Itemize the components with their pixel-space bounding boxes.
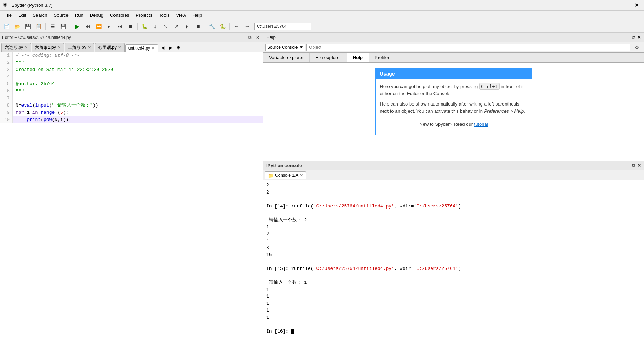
console-close-button[interactable]: ✕ xyxy=(637,163,641,168)
run-selection-button[interactable]: ⏩ xyxy=(93,21,103,31)
menu-projects[interactable]: Projects xyxy=(133,12,155,19)
code-editor[interactable]: 1 # -*- coding: utf-8 -*- 2 """ 3 Create… xyxy=(0,52,263,364)
object-input[interactable] xyxy=(306,44,630,51)
out-line: 1 xyxy=(266,314,641,321)
console-tab-close[interactable]: ✕ xyxy=(300,173,303,178)
settings-button[interactable]: 🔧 xyxy=(207,21,217,31)
separator-2 xyxy=(70,23,70,30)
help-float-button[interactable]: ⧉ xyxy=(632,35,635,40)
save-all-button[interactable]: 📋 xyxy=(34,21,44,31)
save-history-button[interactable]: 💾 xyxy=(58,21,68,31)
tab-file-explorer[interactable]: File explorer xyxy=(310,53,347,62)
tab-close-liujiaoxing2[interactable]: ✕ xyxy=(57,45,61,50)
right-panel: Help ⧉ ✕ Source Console ▼ ⚙ Variable exp… xyxy=(263,33,644,364)
stop-button[interactable]: ⏹ xyxy=(126,21,136,31)
help-close-button[interactable]: ✕ xyxy=(637,35,641,40)
editor-close-button[interactable]: ✕ xyxy=(254,35,261,40)
tab-nav-left[interactable]: ◀ xyxy=(159,44,167,52)
help-titlebar: Help ⧉ ✕ xyxy=(263,33,644,42)
tab-close-untitled4[interactable]: ✕ xyxy=(152,46,155,51)
run-button[interactable]: ▶ xyxy=(72,21,82,31)
console-float-button[interactable]: ⧉ xyxy=(632,163,635,169)
help-gear-button[interactable]: ⚙ xyxy=(632,42,642,52)
menu-view[interactable]: View xyxy=(173,12,189,19)
debug-button[interactable]: 🐛 xyxy=(140,21,149,31)
tab-sanjiaoxing[interactable]: 三角形.py ✕ xyxy=(65,43,94,52)
stop-debug-button[interactable]: ⏹ xyxy=(193,21,203,31)
tab-close-sanjiaoxing[interactable]: ✕ xyxy=(88,45,91,50)
menu-search[interactable]: Search xyxy=(30,12,50,19)
out-line: 1 xyxy=(266,293,641,300)
python-button[interactable]: 🐍 xyxy=(218,21,228,31)
tab-variable-explorer[interactable]: Variable explorer xyxy=(263,53,310,62)
menu-debug[interactable]: Debug xyxy=(87,12,106,19)
open-file-button[interactable]: 📂 xyxy=(12,21,22,31)
tab-close-xinlihua[interactable]: ✕ xyxy=(118,45,121,50)
console-output[interactable]: 2 2 In [14]: runfile('C:/Users/25764/unt… xyxy=(263,180,644,364)
editor-panel: Editor – C:\Users\25764\untitled4.py ⧉ ✕… xyxy=(0,33,263,364)
source-dropdown[interactable]: Source Console ▼ xyxy=(265,44,305,51)
tab-options[interactable]: ⚙ xyxy=(174,44,182,52)
step-button[interactable]: ↓ xyxy=(150,21,160,31)
menu-edit[interactable]: Edit xyxy=(15,12,29,19)
menu-run[interactable]: Run xyxy=(72,12,86,19)
run-file-button[interactable]: ⏭ xyxy=(83,21,93,31)
code-line-8: 8 N=eval(input(" 请输入一个数：")) xyxy=(0,102,263,109)
save-button[interactable]: 💾 xyxy=(23,21,33,31)
back-button[interactable]: ← xyxy=(232,21,242,31)
tab-untitled4[interactable]: untitled4.py ✕ xyxy=(125,44,158,52)
console-titlebar: IPython console ⧉ ✕ xyxy=(263,161,644,170)
usage-box: Usage Here you can get help of any objec… xyxy=(375,68,532,135)
run-cell-button[interactable]: ⏵ xyxy=(104,21,114,31)
tutorial-row: New to Spyder? Read our tutorial xyxy=(380,118,528,131)
separator-4 xyxy=(205,23,205,30)
step-out-button[interactable]: ↗ xyxy=(172,21,182,31)
help-content: Usage Here you can get help of any objec… xyxy=(263,63,644,161)
editor-float-button[interactable]: ⧉ xyxy=(247,35,253,40)
code-line-2: 2 """ xyxy=(0,59,263,66)
tab-profiler[interactable]: Profiler xyxy=(369,53,395,62)
console-tab-1[interactable]: 📁 Console 1/A ✕ xyxy=(265,171,306,179)
forward-button[interactable]: → xyxy=(242,21,252,31)
tab-xinlihua[interactable]: 心里话.py ✕ xyxy=(95,43,125,52)
console-tabs: 📁 Console 1/A ✕ xyxy=(263,170,644,180)
tab-label: untitled4.py xyxy=(128,46,150,51)
editor-titlebar: Editor – C:\Users\25764\untitled4.py ⧉ ✕ xyxy=(0,33,263,42)
new-file-button[interactable]: 📄 xyxy=(1,21,11,31)
code-line-5: 5 @author: 25764 xyxy=(0,81,263,88)
tab-label: 六边形.py xyxy=(5,45,23,51)
out-prompt1: 请输入一个数： 1 xyxy=(266,279,641,286)
out-run15: In [15]: runfile('C:/Users/25764/untitle… xyxy=(266,265,641,272)
code-line-3: 3 Created on Sat Mar 14 22:32:20 2020 xyxy=(0,66,263,73)
menu-source[interactable]: Source xyxy=(51,12,71,19)
tab-nav-right[interactable]: ▶ xyxy=(167,44,174,52)
out-line xyxy=(266,272,641,280)
step-into-button[interactable]: ↘ xyxy=(161,21,171,31)
editor-controls: ⧉ ✕ xyxy=(247,35,261,40)
editor-title: Editor – C:\Users\25764\untitled4.py xyxy=(2,35,247,40)
out-line: 1 xyxy=(266,224,641,231)
browse-tabs-button[interactable]: ☰ xyxy=(47,21,57,31)
out-line: 2 xyxy=(266,182,641,189)
out-line: 2 xyxy=(266,189,641,196)
tab-liujiaoxing2[interactable]: 六角形2.py ✕ xyxy=(32,43,64,52)
folder-icon: 📁 xyxy=(268,173,274,178)
out-line: 16 xyxy=(266,251,641,258)
menu-tools[interactable]: Tools xyxy=(156,12,172,19)
out-line: 4 xyxy=(266,237,641,245)
menu-bar: File Edit Search Source Run Debug Consol… xyxy=(0,11,644,20)
continue-button[interactable]: ⏵ xyxy=(182,21,192,31)
editor-tabs: 六边形.py ✕ 六角形2.py ✕ 三角形.py ✕ 心里话.py ✕ unt… xyxy=(0,42,263,52)
tutorial-link[interactable]: tutorial xyxy=(474,122,488,127)
tab-help[interactable]: Help xyxy=(347,53,369,62)
tab-label: 六角形2.py xyxy=(35,45,56,51)
path-box: C:\Users\25764 xyxy=(254,23,311,30)
out-line xyxy=(266,196,641,203)
close-button[interactable]: ✕ xyxy=(632,2,641,9)
menu-help[interactable]: Help xyxy=(189,12,205,19)
run-cell-advance-button[interactable]: ⏭ xyxy=(115,21,125,31)
menu-consoles[interactable]: Consoles xyxy=(107,12,132,19)
menu-file[interactable]: File xyxy=(1,12,15,19)
tab-liubianxing[interactable]: 六边形.py ✕ xyxy=(1,43,31,52)
tab-close-liubianxing[interactable]: ✕ xyxy=(25,45,28,50)
